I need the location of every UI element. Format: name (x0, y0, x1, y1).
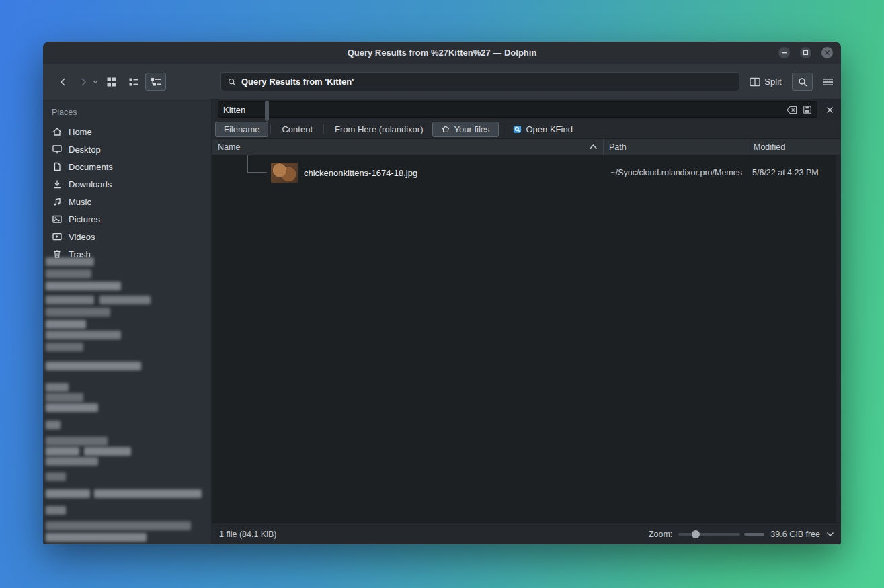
redacted-sidebar-item[interactable] (46, 362, 141, 370)
downloads-icon (52, 179, 63, 190)
zoom-slider-handle[interactable] (692, 530, 700, 538)
redacted-sidebar-item[interactable] (46, 533, 147, 542)
file-count: 1 file (84.1 KiB) (219, 530, 276, 539)
statusbar-right: Zoom: 39.6 GiB free (649, 529, 834, 540)
redacted-sidebar-item[interactable] (46, 489, 90, 498)
pictures-icon (52, 214, 63, 224)
sidebar-item-music[interactable]: Music (43, 193, 206, 210)
redacted-sidebar-item[interactable] (46, 437, 108, 446)
back-icon (58, 77, 69, 87)
sidebar-item-downloads[interactable]: Downloads (43, 175, 206, 193)
redacted-sidebar-item[interactable] (46, 282, 121, 290)
open-kfind-button[interactable]: Open KFind (504, 122, 581, 137)
toolbar: Query Results from 'Kitten' Split (43, 64, 841, 99)
redacted-sidebar-item[interactable] (46, 296, 94, 304)
minimize-icon (781, 50, 787, 56)
maximize-button[interactable] (800, 47, 811, 58)
clear-backspace-icon (787, 106, 797, 114)
menu-button[interactable] (817, 73, 838, 91)
zoom-slider-track[interactable] (678, 533, 740, 536)
redacted-sidebar-item[interactable] (46, 403, 98, 412)
sidebar-scrollbar-thumb[interactable] (265, 101, 269, 121)
redacted-sidebar-item[interactable] (46, 457, 98, 466)
content-panel: Kitten (212, 99, 841, 544)
column-header-path[interactable]: Path (603, 139, 748, 155)
desktop-icon (52, 144, 63, 155)
window-title: Query Results from %27Kitten%27 — Dolphi… (348, 48, 537, 58)
redacted-sidebar-item[interactable] (46, 521, 191, 530)
close-search-button[interactable] (823, 103, 836, 116)
column-header-modified[interactable]: Modified (748, 139, 841, 155)
redacted-sidebar-item[interactable] (46, 308, 110, 317)
close-button[interactable] (821, 47, 833, 58)
search-toggle-icon (797, 77, 808, 87)
tree-branch-line (247, 155, 267, 173)
split-button[interactable]: Split (745, 73, 787, 91)
forward-button[interactable] (74, 73, 93, 91)
videos-icon (52, 231, 63, 242)
view-mode-compact-button[interactable] (123, 73, 144, 91)
search-filter-bar: Filename Content From Here (rolandixor) … (212, 120, 841, 139)
clear-search-button[interactable] (787, 106, 797, 114)
free-space: 39.6 GiB free (770, 530, 820, 539)
sidebar-item-pictures[interactable]: Pictures (43, 210, 206, 228)
filter-separator (270, 124, 271, 134)
home-icon (441, 124, 450, 134)
location-text: Query Results from 'Kitten' (241, 77, 354, 87)
search-bar: Kitten (212, 99, 841, 120)
history-caret-icon (93, 80, 98, 84)
filter-content[interactable]: Content (273, 122, 321, 137)
hamburger-menu-icon (823, 78, 834, 86)
filter-filename[interactable]: Filename (215, 122, 268, 137)
minimize-button[interactable] (778, 47, 790, 58)
view-mode-icons-button[interactable] (101, 73, 122, 91)
redacted-sidebar-item[interactable] (46, 447, 79, 456)
redacted-sidebar-item[interactable] (46, 393, 83, 402)
file-name[interactable]: chickenonkittens-1674-18.jpg (304, 168, 417, 178)
column-header-name[interactable]: Name (212, 139, 603, 155)
filter-your-files[interactable]: Your files (432, 122, 499, 137)
redacted-sidebar-item[interactable] (99, 296, 151, 304)
statusbar: 1 file (84.1 KiB) Zoom: 39.6 GiB free (212, 523, 841, 544)
redacted-sidebar-item[interactable] (46, 257, 94, 266)
file-row[interactable]: chickenonkittens-1674-18.jpg ~/Sync/clou… (212, 161, 841, 184)
zoom-slider[interactable] (678, 529, 764, 540)
titlebar[interactable]: Query Results from %27Kitten%27 — Dolphi… (43, 42, 841, 64)
view-mode-details-button[interactable] (145, 73, 166, 91)
sidebar-item-desktop[interactable]: Desktop (43, 140, 206, 158)
back-button[interactable] (54, 73, 73, 91)
redacted-sidebar-item[interactable] (46, 343, 83, 351)
search-toggle-button[interactable] (792, 73, 813, 91)
table-header: Name Path Modified (212, 139, 841, 155)
redacted-sidebar-item[interactable] (46, 320, 86, 329)
free-space-chevron-icon[interactable] (826, 532, 834, 537)
sidebar-item-documents[interactable]: Documents (43, 158, 206, 175)
redacted-sidebar-item[interactable] (46, 421, 61, 429)
close-icon (824, 50, 830, 56)
redacted-sidebar-item[interactable] (94, 489, 202, 498)
redacted-sidebar-item[interactable] (46, 269, 91, 278)
location-bar[interactable]: Query Results from 'Kitten' (220, 72, 739, 91)
history-dropdown[interactable] (91, 77, 99, 87)
redacted-sidebar-item[interactable] (46, 331, 121, 339)
view-scrollbar[interactable] (836, 155, 841, 523)
redacted-sidebar-item[interactable] (46, 472, 66, 481)
filter-from-here[interactable]: From Here (rolandixor) (326, 122, 432, 137)
filter-separator (323, 124, 324, 134)
places-panel: Places Home Desktop Documents Downloads … (43, 99, 206, 544)
sidebar-item-videos[interactable]: Videos (43, 228, 206, 245)
filter-separator (501, 124, 501, 134)
search-input[interactable]: Kitten (218, 101, 817, 118)
zoom-slider-track-end[interactable] (744, 533, 764, 536)
file-list[interactable]: chickenonkittens-1674-18.jpg ~/Sync/clou… (212, 155, 841, 523)
redacted-sidebar-item[interactable] (46, 506, 66, 515)
save-search-button[interactable] (803, 105, 812, 114)
file-thumbnail[interactable] (271, 163, 298, 183)
redacted-sidebar-item[interactable] (46, 383, 69, 392)
redacted-sidebar-item[interactable] (84, 447, 131, 456)
maximize-icon (803, 50, 809, 56)
sidebar-scrollbar[interactable] (206, 99, 211, 544)
split-label: Split (764, 77, 781, 87)
window-controls (778, 42, 833, 64)
sidebar-item-home[interactable]: Home (43, 123, 206, 140)
